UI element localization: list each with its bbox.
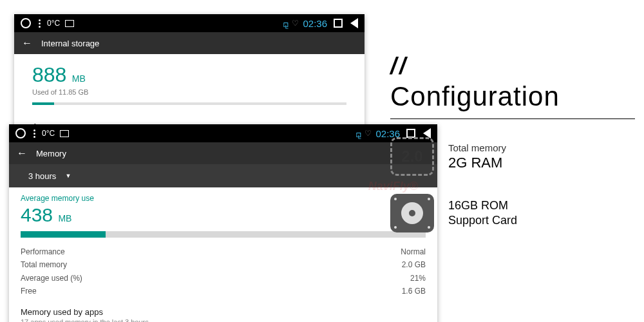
bluetooth-icon: ⚼ (283, 19, 288, 28)
divider (390, 118, 635, 119)
bluetooth-icon: ⚼ (355, 129, 361, 138)
slash-decoration: // (390, 53, 635, 80)
storage-screenshot: 0°C ⚼ ♡ 02:36 ← Internal storage 888 MB … (14, 14, 365, 138)
ram-value: 2G RAM (448, 155, 506, 171)
memory-by-apps-sub: 17 apps used memory in the last 3 hours (21, 318, 426, 322)
total-value: 2.0 GB (402, 258, 426, 271)
storage-used-of: Used of 11.85 GB (32, 88, 346, 96)
perf-label: Performance (21, 245, 65, 258)
rom-spec: 16GB ROM Support Card (390, 194, 635, 232)
temperature: 0°C (47, 19, 60, 28)
rom-line2: Support Card (448, 213, 517, 228)
menu-dots-icon (39, 19, 41, 28)
menu-dots-icon (33, 129, 35, 138)
storage-unit: MB (72, 73, 86, 84)
memory-unit: MB (58, 213, 71, 223)
memory-value: 438 (21, 204, 53, 225)
avg-memory-label: Average memory use (21, 194, 426, 203)
config-title: Configuration (390, 81, 635, 112)
heart-icon: ♡ (365, 129, 372, 138)
temperature: 0°C (42, 129, 55, 138)
memory-screenshot: 0°C ⚼ ♡ 02:36 ← Memory 3 hours ▼ NaviFly… (9, 124, 437, 322)
clock: 02:36 (303, 18, 327, 29)
back-arrow-icon[interactable]: ← (17, 147, 27, 159)
heart-icon: ♡ (292, 19, 299, 28)
status-bar: 0°C ⚼ ♡ 02:36 (14, 14, 365, 32)
status-bar: 0°C ⚼ ♡ 02:36 (9, 124, 437, 142)
ram-label: Total memory (448, 142, 506, 153)
ram-spec: 2.0 Total memory 2G RAM (390, 137, 635, 176)
header-title: Internal storage (41, 39, 99, 48)
header-title: Memory (36, 149, 66, 158)
memory-by-apps[interactable]: Memory used by apps (21, 307, 426, 317)
memory-bar (21, 231, 426, 238)
rom-icon (390, 194, 434, 232)
ram-badge-value: 2.0 (401, 147, 422, 166)
free-value: 1.6 GB (402, 285, 426, 298)
circle-icon (21, 18, 31, 28)
storage-bar (32, 102, 346, 105)
rom-line1: 16GB ROM (448, 198, 517, 213)
ram-badge-icon: 2.0 (390, 137, 434, 176)
total-label: Total memory (21, 258, 67, 271)
picture-icon (60, 130, 69, 137)
header-bar: ← Memory (9, 142, 437, 164)
chevron-down-icon: ▼ (65, 173, 71, 179)
free-label: Free (21, 285, 37, 298)
picture-icon (65, 20, 74, 27)
storage-value: 888 (32, 63, 66, 86)
avg-value: 21% (410, 272, 426, 285)
perf-value: Normal (401, 245, 426, 258)
config-panel: // Configuration 2.0 Total memory 2G RAM… (390, 53, 635, 232)
back-arrow-icon[interactable]: ← (22, 37, 32, 49)
back-nav-icon[interactable] (350, 18, 358, 28)
header-bar: ← Internal storage (14, 32, 365, 54)
circle-icon (15, 128, 26, 138)
recent-apps-icon[interactable] (334, 19, 343, 28)
avg-label: Average used (%) (21, 272, 82, 285)
dropdown-label: 3 hours (28, 171, 56, 181)
